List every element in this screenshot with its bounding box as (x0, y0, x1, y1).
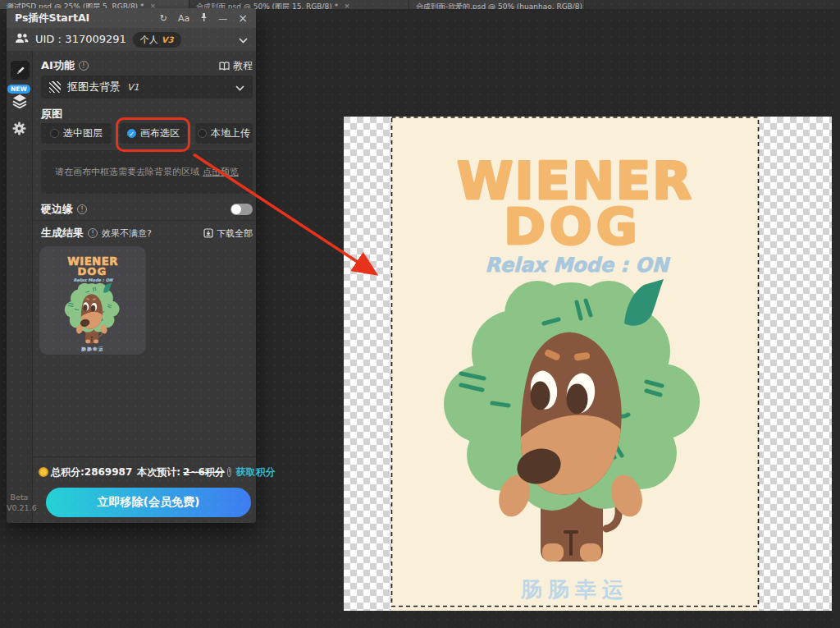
source-image-label: 原图 (41, 107, 62, 121)
source-option-local-upload[interactable]: 本地上传 (195, 123, 253, 144)
plugin-titlebar: Ps插件StartAI ↻ Aa — × (7, 8, 256, 28)
uid-bar: UID：317009291 个人 V3 (7, 28, 256, 51)
version-badge: V3 (162, 35, 174, 44)
account-badge[interactable]: 个人 V3 (133, 32, 181, 48)
plugin-title: Ps插件StartAI (15, 11, 89, 25)
book-icon (219, 62, 230, 71)
result-thumbnail[interactable] (39, 246, 146, 355)
annotation-highlight-rect (116, 117, 190, 152)
radio-icon (198, 129, 207, 138)
source-option-selected-layer[interactable]: 选中图层 (41, 123, 112, 144)
ai-functions-label: AI功能 (41, 58, 75, 73)
pin-icon[interactable] (200, 12, 208, 24)
refresh-icon[interactable]: ↻ (160, 14, 167, 23)
chevron-down-icon (235, 81, 244, 94)
poster-artwork (391, 117, 759, 611)
tool-layers[interactable] (11, 94, 28, 112)
photoshop-canvas (344, 117, 832, 611)
hard-edge-toggle[interactable] (231, 204, 253, 215)
coin-icon (39, 467, 48, 477)
uid-value: UID：317009291 (35, 32, 126, 47)
instruction-box: 请在画布中框选需要去除背景的区域 点击预览 (41, 150, 253, 194)
minimize-icon[interactable]: — (218, 14, 227, 23)
plugin-toolbar: NEW Beta V0.21.6 (7, 51, 33, 523)
new-badge: NEW (7, 85, 30, 94)
results-hint[interactable]: 效果不满意? (102, 227, 152, 240)
estimate-value: 2~6积分 (183, 465, 225, 479)
tab-close-icon[interactable]: × (344, 2, 350, 9)
user-icon (15, 33, 29, 46)
tool-edit-pencil[interactable] (11, 61, 30, 80)
download-all-button[interactable]: 下载全部 (203, 227, 253, 240)
results-label: 生成结果 (41, 226, 84, 241)
radio-icon (50, 129, 59, 138)
gear-icon[interactable] (12, 121, 26, 139)
textsize-icon[interactable]: Aa (178, 14, 189, 23)
info-icon[interactable]: ! (88, 228, 98, 238)
preview-link[interactable]: 点击预览 (203, 166, 239, 178)
info-icon[interactable]: ! (77, 204, 87, 214)
close-icon[interactable]: × (238, 12, 248, 24)
tutorial-button[interactable]: 教程 (219, 59, 253, 73)
beta-label: Beta (7, 493, 32, 502)
tab-document-3[interactable]: 合成到面-欣爱的.psd @ 50% (huanhao, RGB/8) *× (409, 0, 585, 9)
startai-plugin-panel: Ps插件StartAI ↻ Aa — × UID：317009291 个人 V3… (7, 8, 256, 523)
chevron-down-icon[interactable] (239, 34, 248, 46)
get-points-link[interactable]: 获取积分 (235, 465, 275, 479)
hard-edge-label: 硬边缘 (41, 202, 73, 217)
estimate-label: 本次预计: (137, 465, 180, 479)
download-icon (203, 228, 213, 238)
version-label: V0.21.6 (7, 503, 32, 512)
matting-icon (49, 81, 61, 93)
info-icon[interactable]: ! (79, 61, 89, 71)
feature-dropdown[interactable]: 抠图去背景 V1 (41, 76, 253, 99)
total-points: 总积分:2869987 (51, 465, 132, 479)
remove-now-button[interactable]: 立即移除(会员免费) (46, 488, 251, 517)
info-icon[interactable]: ! (227, 467, 232, 477)
